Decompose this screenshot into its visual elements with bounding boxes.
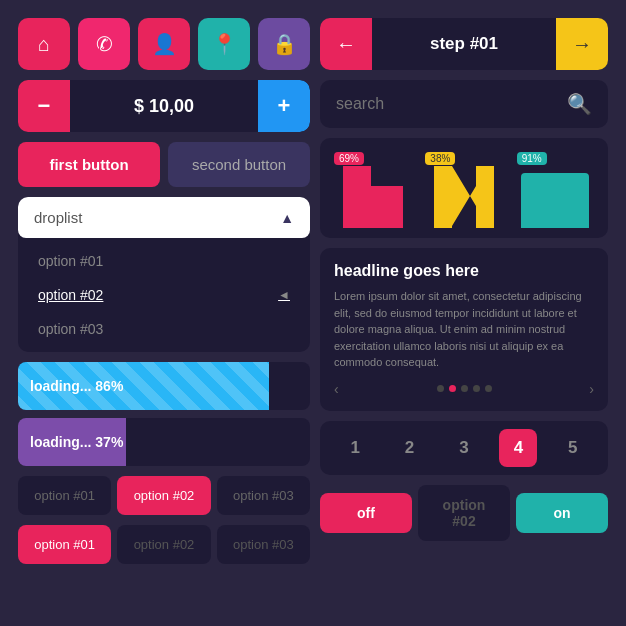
progress-bar-blue: loading... 86% (18, 362, 310, 410)
droplist-header[interactable]: droplist ▲ (18, 197, 310, 238)
counter-plus-button[interactable]: + (258, 80, 310, 132)
dot-4[interactable] (473, 385, 480, 392)
phone-button[interactable]: ✆ (78, 18, 130, 70)
dot-5[interactable] (485, 385, 492, 392)
chart-item-3: 91% (513, 148, 598, 228)
chart-bar-pink: 69% (330, 156, 415, 228)
page-5[interactable]: 5 (554, 429, 592, 467)
chart-badge-2: 38% (425, 152, 455, 165)
droplist-container: droplist ▲ option #01 option #02 ◄ optio… (18, 197, 310, 352)
article-card: headline goes here Lorem ipsum dolor sit… (320, 248, 608, 411)
search-bar: 🔍 (320, 80, 608, 128)
page-3[interactable]: 3 (445, 429, 483, 467)
opt2-btn1[interactable]: option #01 (18, 525, 111, 564)
counter-minus-button[interactable]: − (18, 80, 70, 132)
pink-chart-svg (343, 156, 403, 228)
page-1[interactable]: 1 (336, 429, 374, 467)
step-back-button[interactable]: ← (320, 18, 372, 70)
lock-button[interactable]: 🔒 (258, 18, 310, 70)
droplist-arrow-icon: ▲ (280, 210, 294, 226)
article-prev-button[interactable]: ‹ (334, 381, 339, 397)
toggle-mid-button[interactable]: option #02 (418, 485, 510, 541)
action-buttons: first button second button (18, 142, 310, 187)
teal-bar (521, 173, 589, 228)
option-label: option #02 (38, 287, 103, 303)
toggle-row: off option #02 on (320, 485, 608, 541)
step-label: step #01 (372, 34, 556, 54)
opt2-btn3[interactable]: option #03 (217, 525, 310, 564)
chart-badge-3: 91% (517, 152, 547, 165)
counter-value: $ 10,00 (70, 96, 258, 117)
chart-item-2: 38% (421, 148, 506, 228)
droplist-option-2[interactable]: option #02 ◄ (18, 278, 310, 312)
page-2[interactable]: 2 (391, 429, 429, 467)
chart-badge-1: 69% (334, 152, 364, 165)
toggle-on-button[interactable]: on (516, 493, 608, 533)
opt1-btn2[interactable]: option #02 (117, 476, 210, 515)
pagination: 1 2 3 4 5 (320, 421, 608, 475)
progress-bar-purple: loading... 37% (18, 418, 310, 466)
article-dots (437, 385, 492, 392)
step-navigator: ← step #01 → (320, 18, 608, 70)
page-4[interactable]: 4 (499, 429, 537, 467)
opt1-btn1[interactable]: option #01 (18, 476, 111, 515)
counter-row: − $ 10,00 + (18, 80, 310, 132)
progress-fill-purple: loading... 37% (18, 418, 126, 466)
user-button[interactable]: 👤 (138, 18, 190, 70)
svg-rect-1 (343, 166, 371, 188)
droplist-label: droplist (34, 209, 82, 226)
opt2-btn2[interactable]: option #02 (117, 525, 210, 564)
home-button[interactable]: ⌂ (18, 18, 70, 70)
option-arrow-icon: ◄ (278, 288, 290, 302)
dot-3[interactable] (461, 385, 468, 392)
opt1-btn3[interactable]: option #03 (217, 476, 310, 515)
article-body: Lorem ipsum dolor sit amet, consectetur … (334, 288, 594, 371)
dot-2[interactable] (449, 385, 456, 392)
article-next-button[interactable]: › (589, 381, 594, 397)
progress-label-purple: loading... 37% (30, 434, 123, 450)
options-row-1: option #01 option #02 option #03 (18, 476, 310, 515)
search-icon: 🔍 (567, 92, 592, 116)
progress-section: loading... 86% loading... 37% (18, 362, 310, 466)
chart-bar-teal: 91% (513, 156, 598, 228)
droplist-options: option #01 option #02 ◄ option #03 (18, 238, 310, 352)
chart-item-1: 69% (330, 148, 415, 228)
droplist-option-3[interactable]: option #03 (18, 312, 310, 346)
progress-label-blue: loading... 86% (30, 378, 123, 394)
svg-rect-0 (343, 186, 403, 228)
progress-fill-blue: loading... 86% (18, 362, 269, 410)
icon-row: ⌂ ✆ 👤 📍 🔒 (18, 18, 310, 70)
options-row-2: option #01 option #02 option #03 (18, 525, 310, 564)
second-button[interactable]: second button (168, 142, 310, 187)
yellow-chart-svg (434, 156, 494, 228)
chart-bar-yellow: 38% (421, 156, 506, 228)
article-navigation: ‹ › (334, 381, 594, 397)
droplist-option-1[interactable]: option #01 (18, 244, 310, 278)
toggle-off-button[interactable]: off (320, 493, 412, 533)
first-button[interactable]: first button (18, 142, 160, 187)
article-title: headline goes here (334, 262, 594, 280)
location-button[interactable]: 📍 (198, 18, 250, 70)
step-forward-button[interactable]: → (556, 18, 608, 70)
dot-1[interactable] (437, 385, 444, 392)
search-input[interactable] (336, 95, 557, 113)
charts-section: 69% 38% (320, 138, 608, 238)
